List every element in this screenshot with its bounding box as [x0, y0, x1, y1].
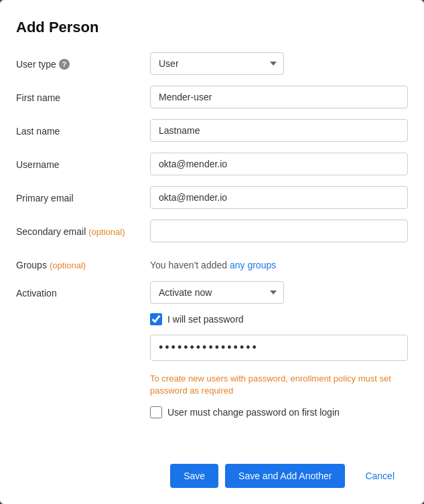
user-type-label: User type ? — [16, 52, 150, 70]
secondary-email-row: Secondary email (optional) — [16, 220, 408, 242]
help-icon[interactable]: ? — [59, 59, 70, 70]
activation-section: Activate now Activate later I will set p… — [150, 281, 408, 418]
primary-email-label: Primary email — [16, 186, 150, 203]
secondary-email-control — [150, 220, 408, 242]
username-label: Username — [16, 153, 150, 170]
secondary-email-label: Secondary email (optional) — [16, 220, 150, 237]
set-password-checkbox[interactable] — [150, 313, 162, 325]
add-person-modal: Add Person User type ? User Admin First … — [0, 0, 424, 504]
primary-email-input[interactable] — [150, 186, 408, 209]
groups-label: Groups (optional) — [16, 253, 150, 270]
save-and-add-button[interactable]: Save and Add Another — [225, 464, 345, 488]
last-name-row: Last name — [16, 119, 408, 142]
user-type-row: User type ? User Admin — [16, 52, 408, 75]
last-name-input[interactable] — [150, 119, 408, 142]
save-button[interactable]: Save — [170, 464, 218, 488]
groups-optional: (optional) — [50, 260, 86, 270]
first-name-row: First name — [16, 86, 408, 108]
must-change-password-label: User must change password on first login — [167, 407, 340, 418]
groups-empty-text: You haven't added any groups — [150, 253, 408, 270]
user-type-control: User Admin — [150, 52, 408, 75]
activation-row: Activation Activate now Activate later I… — [16, 281, 408, 418]
secondary-email-input[interactable] — [150, 220, 408, 242]
last-name-label: Last name — [16, 119, 150, 137]
password-input[interactable] — [150, 335, 408, 361]
primary-email-row: Primary email — [16, 186, 408, 209]
last-name-control — [150, 119, 408, 142]
groups-any-link[interactable]: any — [230, 260, 245, 270]
secondary-email-optional: (optional) — [88, 227, 125, 237]
groups-control: You haven't added any groups — [150, 253, 408, 270]
username-input[interactable] — [150, 153, 408, 175]
groups-row: Groups (optional) You haven't added any … — [16, 253, 408, 270]
username-control — [150, 153, 408, 175]
cancel-button[interactable]: Cancel — [352, 464, 408, 488]
groups-link[interactable]: groups — [245, 260, 277, 270]
primary-email-control — [150, 186, 408, 209]
set-password-row: I will set password — [150, 313, 408, 325]
activation-select[interactable]: Activate now Activate later — [150, 281, 284, 304]
username-row: Username — [16, 153, 408, 175]
modal-title: Add Person — [16, 19, 408, 36]
set-password-label: I will set password — [167, 314, 244, 325]
warning-text: To create new users with password, enrol… — [150, 373, 408, 397]
must-change-password-row: User must change password on first login — [150, 406, 408, 418]
activation-label: Activation — [16, 281, 150, 299]
user-type-select[interactable]: User Admin — [150, 52, 284, 75]
first-name-control — [150, 86, 408, 108]
must-change-password-checkbox[interactable] — [150, 406, 162, 418]
first-name-input[interactable] — [150, 86, 408, 108]
activation-control: Activate now Activate later I will set p… — [150, 281, 408, 418]
first-name-label: First name — [16, 86, 150, 103]
footer-buttons: Save Save and Add Another Cancel — [16, 448, 408, 488]
